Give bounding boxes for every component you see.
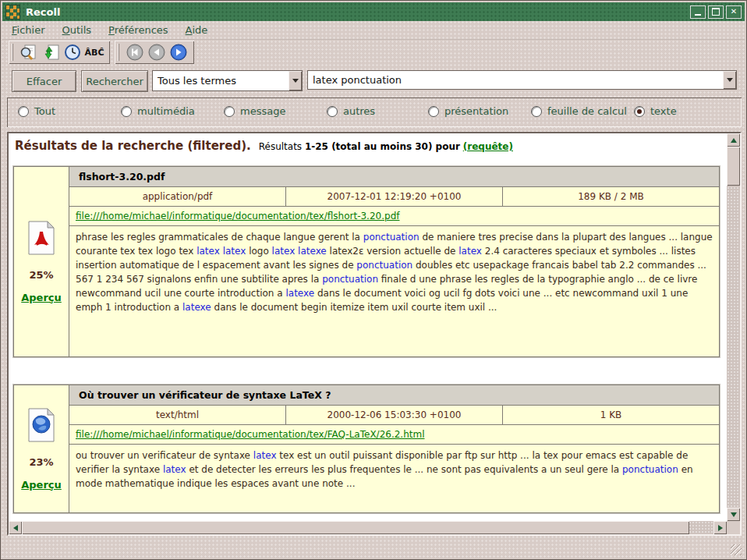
query-history-chevron-icon[interactable] [723,71,736,89]
scroll-down-button[interactable] [727,508,740,521]
history-icon [63,43,82,62]
horizontal-scrollbar-thumb[interactable] [22,521,689,534]
next-page-button[interactable] [168,42,189,62]
vertical-scrollbar-thumb[interactable] [727,147,740,186]
highlighted-term: latexe [182,302,211,313]
toolbar-handle[interactable] [118,44,120,61]
snippet-text: phrase les regles grammaticales de chaqu… [76,232,363,243]
toolbar-handle[interactable] [12,44,14,61]
term-explorer-button[interactable]: ÂBĈ [83,42,105,62]
menu-item-outils[interactable]: Outils [62,24,92,36]
highlighted-term: latex latexe [272,246,327,257]
update-index-button[interactable] [40,42,62,62]
filter-radio-texte[interactable]: texte [634,105,677,117]
highlighted-term: latex [458,246,482,257]
radio-icon[interactable] [531,106,542,117]
chevron-down-icon[interactable] [289,71,302,90]
titlebar[interactable]: Recoll ✕ [2,2,745,21]
filter-radio-message[interactable]: message [224,105,285,117]
close-button[interactable]: ✕ [726,5,742,19]
search-mode-value: Tous les termes [153,75,289,87]
filter-label: autres [343,105,375,117]
radio-icon[interactable] [634,106,645,117]
html-file-icon [27,408,56,445]
result-item: 25%Aperçuflshort-3.20.pdfapplication/pdf… [13,166,720,357]
highlighted-term: ponctuation [322,274,378,285]
highlighted-term: ponctuation [356,260,412,271]
filter-radio-tout[interactable]: Tout [18,105,55,117]
close-icon: ✕ [731,8,737,16]
search-document-icon [19,43,38,62]
menu-item-préférences[interactable]: Préférences [108,24,168,36]
toolbar-group-tools: ÂBĈ [9,41,110,64]
first-page-button[interactable] [124,42,146,62]
result-mime: application/pdf [69,187,286,206]
menu-item-fichier[interactable]: Fichier [12,24,45,36]
scroll-up-button[interactable] [727,133,740,147]
scroll-up-icon [731,138,737,143]
results-header: Résultats de la recherche (filtered).Rés… [15,139,513,153]
highlighted-term: latex latex [196,246,246,257]
filter-label: multimédia [137,105,195,117]
search-document-button[interactable] [18,42,40,62]
radio-icon[interactable] [121,106,132,117]
result-size: 189 KB / 2 MB [503,187,719,206]
result-main: Où trouver un vérificateur de syntaxe La… [69,385,719,512]
menu-item-aide[interactable]: Aide [186,24,208,36]
minimize-icon [695,14,701,16]
result-url-row: file:///home/michael/informatique/docume… [69,207,719,226]
radio-icon[interactable] [327,106,338,117]
radio-icon[interactable] [428,106,439,117]
filter-label: Tout [34,105,55,117]
result-main: flshort-3.20.pdfapplication/pdf2007-12-0… [69,167,719,356]
filter-label: feuille de calcul [547,105,627,117]
next-page-icon [170,44,187,61]
filter-label: présentation [444,105,508,117]
maximize-button[interactable] [708,5,724,19]
snippet-text: ou trouver un verificateur de syntaxe [76,450,253,461]
filter-radio-présentation[interactable]: présentation [428,105,508,117]
result-date: 2007-12-01 12:19:20 +0100 [286,187,503,206]
app-icon [5,5,20,19]
filter-radio-feuille-de-calcul[interactable]: feuille de calcul [531,105,627,117]
clear-button[interactable]: Effacer [12,70,76,92]
vertical-scrollbar[interactable] [727,133,740,521]
result-mime: text/html [69,406,286,424]
preview-link[interactable]: Aperçu [21,292,62,303]
snippet-text: et de detecter les erreurs les plus freq… [186,464,622,475]
results-title: Résultats de la recherche (filtered). [15,139,251,153]
highlighted-term: latex [253,450,277,461]
window-title: Recoll [26,6,60,18]
highlighted-term: ponctuation [622,464,678,475]
minimize-button[interactable] [690,5,706,19]
result-url-link[interactable]: file:///home/michael/informatique/docume… [76,429,425,440]
scroll-left-button[interactable] [9,521,22,534]
category-filter-panel: Toutmultimédiamessageautresprésentationf… [7,97,742,127]
results-count-range: 1-25 (total au moins 30) pour [305,141,460,152]
radio-icon[interactable] [18,106,29,117]
search-mode-select[interactable]: Tous les termes [152,70,303,91]
query-details-link[interactable]: (requête) [463,141,513,152]
result-url-link[interactable]: file:///home/michael/informatique/docume… [76,211,399,222]
resize-grip[interactable] [731,544,742,555]
radio-icon[interactable] [224,106,235,117]
horizontal-scrollbar[interactable] [9,521,727,534]
filter-radio-multimédia[interactable]: multimédia [121,105,195,117]
filter-label: texte [650,105,677,117]
prev-page-button[interactable] [146,42,168,62]
result-side-panel: 25%Aperçu [14,167,69,356]
first-page-icon [126,44,143,61]
menu-bar: FichierOutilsPréférencesAide [2,21,745,40]
scrollbar-corner [727,521,740,534]
snippet-text: dans le document begin itemize item uxil… [211,302,497,313]
preview-link[interactable]: Aperçu [21,479,62,491]
result-meta-row: text/html2000-12-06 15:03:30 +01001 KB [69,406,719,425]
filter-radio-autres[interactable]: autres [327,105,375,117]
result-snippet: phrase les regles grammaticales de chaqu… [69,226,719,356]
search-button[interactable]: Rechercher [81,70,148,92]
recoll-window: Recoll ✕ FichierOutilsPréférencesAide [0,0,747,560]
history-button[interactable] [62,42,83,62]
search-input[interactable]: latex ponctuation [307,70,737,90]
scroll-right-button[interactable] [713,521,727,534]
results-area: Résultats de la recherche (filtered).Rés… [7,132,742,536]
